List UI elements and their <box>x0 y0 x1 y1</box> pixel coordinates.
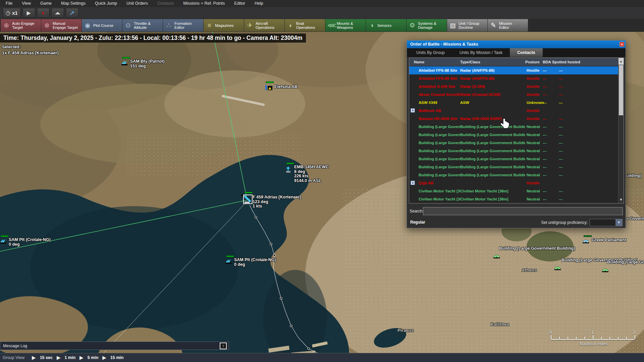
menu-item-editor[interactable]: Editor <box>230 0 250 7</box>
sim-control-toolbar: ◷x1▶●▲↗ <box>0 7 644 19</box>
tab-units-by-mission-task[interactable]: Units By Mission / Task <box>452 48 510 57</box>
table-row[interactable]: Ahlatibel FPS-88 SiteRadar (AN/FPS-88)Ho… <box>409 66 624 74</box>
tab-units-by-group[interactable]: Units By Group <box>409 48 452 57</box>
proficiency-select[interactable]: ▼ <box>590 219 623 226</box>
menu-item-file[interactable]: File <box>1 0 17 7</box>
table-row[interactable]: Building (Large Govern...Building (Large… <box>409 155 624 163</box>
message-log-bar[interactable]: Message Log ↑ <box>0 342 229 350</box>
record-icon: ● <box>42 10 45 15</box>
cell-name: Building (Large Govern... <box>409 133 460 137</box>
cell-type: Civilian Motor Yacht [38m] <box>460 189 525 193</box>
table-row[interactable]: Building (Large Govern...Building (Large… <box>409 131 624 139</box>
doctrine-button[interactable]: ▤Unit / GroupDoctrine <box>447 19 487 32</box>
cell-spotted: --- <box>552 133 590 137</box>
table-row[interactable]: Building (Large Govern...Building (Large… <box>409 163 624 171</box>
record-button[interactable]: ● <box>37 8 50 18</box>
cell-bda: --- <box>543 101 552 105</box>
cell-name: Building (Large Govern... <box>409 165 460 169</box>
cell-bda: --- <box>543 173 552 177</box>
expand-icon[interactable]: + <box>411 108 415 113</box>
time-step-bar: Group View ▶15 sec▶1 min▶5 min▶15 min <box>0 353 644 362</box>
mounts-weapons-button[interactable]: ⋘Mounts &Weapons <box>325 19 366 32</box>
expand-up-icon[interactable]: ↑ <box>220 343 227 349</box>
manual-engage-button[interactable]: ⊗ManualEngage Target <box>41 19 82 32</box>
play-triangle-icon: ▶ <box>57 355 61 361</box>
menu-item-map-settings[interactable]: Map Settings <box>57 0 90 7</box>
time-step-15-sec[interactable]: 15 sec <box>40 355 53 360</box>
table-row[interactable]: Ahlatlibel S-269 SiteRadar (S-269)Hostil… <box>409 82 624 90</box>
unit-label: SAM Plt (Crotale-NG)0 deg <box>234 258 276 267</box>
table-row[interactable]: Aksaz Coastal Surveillan...Radar (Coasta… <box>409 90 624 99</box>
scale-tick <box>601 337 602 339</box>
menu-item-quick-jump[interactable]: Quick Jump <box>91 0 121 7</box>
time-step-15-min[interactable]: 15 min <box>110 355 124 360</box>
time-step-5-min[interactable]: 5 min <box>88 355 99 360</box>
cell-bda: --- <box>543 133 552 137</box>
menu-item-unit-orders[interactable]: Unit Orders <box>122 0 152 7</box>
aircraft-operations-button[interactable]: ✈AircraftOperations <box>244 19 284 32</box>
column-header-bda[interactable]: BDA <box>543 60 552 64</box>
menu-item-view[interactable]: View <box>17 0 35 7</box>
unit-label: Building (Large Government Building) <box>607 260 644 265</box>
clock-button[interactable]: ◷x1 <box>3 8 21 18</box>
systems-damage-button[interactable]: ⚙Systems &Damage <box>407 19 447 32</box>
ribbon-button-label: Throttle &Altitude <box>134 21 151 29</box>
airbase-icon <box>265 84 273 92</box>
menu-item-missions-ref-points[interactable]: Missions + Ref. Points <box>179 0 229 7</box>
tab-contacts[interactable]: Contacts <box>510 48 542 57</box>
table-row[interactable]: +Çiğli ABHostile <box>409 179 624 187</box>
scale-tick <box>626 337 627 339</box>
cell-type: Building (Large Government Building) <box>460 125 525 129</box>
sensors-button[interactable]: ◑Sensors <box>366 19 406 32</box>
cell-spotted: --- <box>552 165 590 169</box>
panel-tabs: Units By GroupUnits By Mission / TaskCon… <box>407 48 626 57</box>
cell-posture: Neutral <box>525 141 543 145</box>
cell-bda: --- <box>543 117 552 121</box>
cell-posture: Unknown <box>525 101 543 105</box>
table-row[interactable]: ASW #349ASWUnknown------ <box>409 99 624 107</box>
group-view-label[interactable]: Group View <box>3 355 24 360</box>
auto-engage-button[interactable]: ⊕Auto EngageTarget <box>1 19 41 32</box>
close-icon[interactable]: × <box>620 42 624 47</box>
boat-operations-button[interactable]: ◗BoatOperations <box>285 19 325 32</box>
table-row[interactable]: Building (Large Govern...Building (Large… <box>409 147 624 155</box>
formation-editor-button[interactable]: ∴FormationEditor <box>163 19 203 32</box>
boat-operations-icon: ◗ <box>287 23 294 27</box>
play-button[interactable]: ▶ <box>22 8 35 18</box>
cell-type: Radar (S-269) <box>460 84 525 88</box>
menu-item-help[interactable]: Help <box>250 0 268 7</box>
column-header-posture[interactable]: Posture <box>525 60 543 64</box>
table-scrollbar[interactable]: ▲ ▼ <box>618 58 624 203</box>
scale-tick <box>576 337 577 339</box>
jump-arrow-button[interactable]: ↗ <box>66 8 78 18</box>
search-input[interactable] <box>423 207 623 215</box>
table-row[interactable]: Ahlatibel FPS-89 SiteRadar (AN/FPS-88)Ho… <box>409 74 624 82</box>
throttle-altitude-button[interactable]: ⊙Throttle &Altitude <box>122 19 163 32</box>
table-row[interactable]: Building (Large Govern...Building (Large… <box>409 139 624 147</box>
expand-icon[interactable]: + <box>411 181 415 185</box>
scroll-up-icon[interactable]: ▲ <box>619 58 624 65</box>
table-row[interactable]: Civilian Motor Yacht [38m]Civilian Motor… <box>409 187 624 195</box>
cell-bda: --- <box>543 141 552 145</box>
table-row[interactable]: +Balikesir ABHostile <box>409 107 624 115</box>
column-header-spotted[interactable]: Spotted hosted <box>552 60 590 64</box>
magazines-button[interactable]: ≡Magazines <box>204 19 244 32</box>
column-header-type[interactable]: Type/Class <box>460 60 525 64</box>
plot-course-button[interactable]: ◉Plot Course <box>82 19 122 32</box>
chevron-down-icon[interactable]: ▼ <box>615 219 622 226</box>
table-row[interactable]: Civilian Motor Yacht [38m]Civilian Motor… <box>409 195 624 203</box>
time-multiplier-label: x1 <box>12 10 18 16</box>
mission-editor-button[interactable]: ✎MissionEditor <box>488 19 528 32</box>
table-row[interactable]: Building (Large Govern...Building (Large… <box>409 123 624 131</box>
unit-label: Greek Parliament <box>592 238 626 243</box>
panel-title-bar[interactable]: Order of Battle - Missions & Tasks × <box>407 41 626 48</box>
table-row[interactable]: Batman HR-3000 SiteRadar (HR-3000 RSRP)H… <box>409 115 624 123</box>
menu-item-game[interactable]: Game <box>36 0 56 7</box>
table-row[interactable]: Building (Large Govern...Building (Large… <box>409 171 624 179</box>
scroll-thumb[interactable] <box>619 65 623 115</box>
column-header-name[interactable]: Name <box>409 60 460 64</box>
time-step-1-min[interactable]: 1 min <box>64 355 75 360</box>
building-green-icon <box>493 254 500 260</box>
scroll-down-icon[interactable]: ▼ <box>619 197 624 202</box>
map-layers-button[interactable]: ▲ <box>51 8 64 18</box>
